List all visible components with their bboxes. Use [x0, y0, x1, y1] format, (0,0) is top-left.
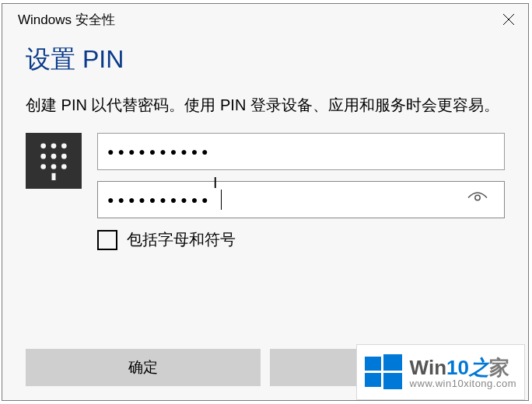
svg-point-8 — [40, 164, 46, 169]
close-button[interactable] — [489, 4, 528, 35]
close-icon — [503, 14, 514, 25]
checkbox-label: 包括字母和符号 — [127, 229, 236, 250]
page-title: 设置 PIN — [2, 35, 528, 92]
titlebar-title: Windows 安全性 — [18, 11, 489, 29]
watermark-brand: Win10之家 — [410, 357, 516, 378]
svg-rect-13 — [365, 357, 381, 371]
caret — [221, 190, 222, 210]
include-letters-symbols-checkbox[interactable]: 包括字母和符号 — [97, 229, 505, 250]
form-row: ●●●●●●●●●● ●●●●●●●●●● I 包括字母和符号 — [2, 133, 528, 250]
ok-button[interactable]: 确定 — [26, 349, 261, 386]
svg-point-12 — [475, 195, 480, 200]
watermark-10: 10 — [446, 356, 469, 379]
watermark-url: www.win10xitong.com — [410, 378, 516, 389]
windows-security-dialog: Windows 安全性 设置 PIN 创建 PIN 以代替密码。使用 PIN 登… — [2, 3, 529, 401]
svg-point-10 — [61, 164, 67, 169]
description-text: 创建 PIN 以代替密码。使用 PIN 登录设备、应用和服务时会更容易。 — [2, 92, 528, 133]
fields-column: ●●●●●●●●●● ●●●●●●●●●● I 包括字母和符号 — [97, 133, 505, 250]
svg-point-5 — [40, 154, 46, 159]
watermark-text: Win10之家 www.win10xitong.com — [410, 357, 516, 389]
confirm-pin-mask: ●●●●●●●●●● — [107, 193, 212, 206]
svg-point-7 — [61, 154, 67, 159]
pin-mask: ●●●●●●●●●● — [107, 145, 212, 158]
watermark-jia: 家 — [489, 356, 509, 379]
svg-point-4 — [61, 144, 67, 149]
svg-rect-14 — [383, 354, 402, 371]
svg-point-3 — [51, 144, 57, 149]
pin-input[interactable]: ●●●●●●●●●● — [97, 133, 505, 170]
svg-rect-11 — [52, 173, 56, 180]
watermark: Win10之家 www.win10xitong.com — [356, 344, 525, 400]
svg-point-2 — [40, 144, 46, 149]
svg-rect-15 — [365, 373, 381, 387]
checkbox-box[interactable] — [97, 230, 117, 250]
svg-rect-16 — [383, 373, 402, 389]
reveal-password-icon[interactable] — [467, 191, 488, 209]
watermark-zhi: 之 — [469, 356, 489, 379]
ok-button-label: 确定 — [128, 357, 158, 378]
svg-point-9 — [51, 164, 57, 169]
svg-point-6 — [51, 154, 57, 159]
pin-pad-icon — [26, 133, 82, 189]
titlebar: Windows 安全性 — [2, 4, 528, 35]
windows-logo-icon — [365, 353, 402, 393]
watermark-win: Win — [410, 356, 446, 379]
confirm-pin-input[interactable]: ●●●●●●●●●● I — [97, 181, 505, 218]
